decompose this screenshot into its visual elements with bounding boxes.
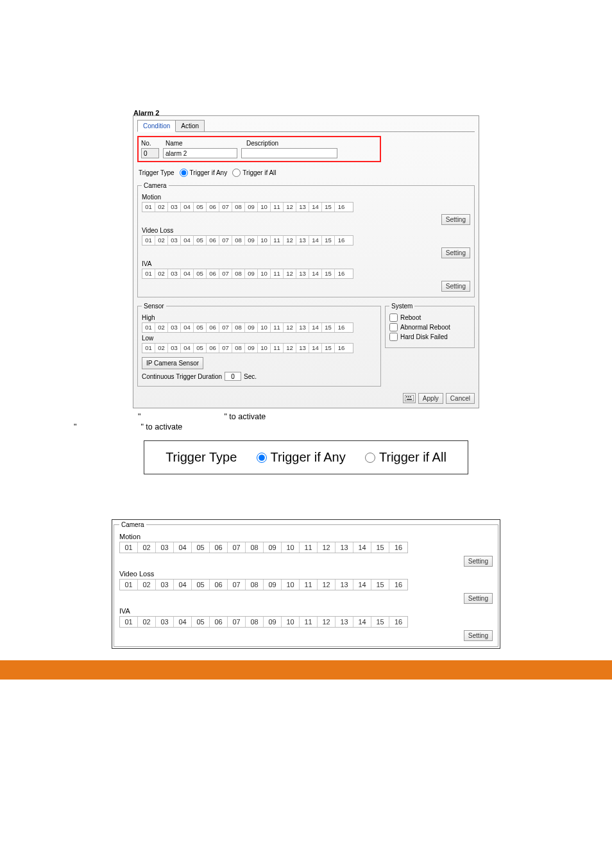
channel-cell[interactable]: 03 xyxy=(156,580,174,590)
channel-cell[interactable]: 05 xyxy=(194,269,207,278)
channel-cell[interactable]: 04 xyxy=(181,203,194,212)
channel-cell[interactable]: 15 xyxy=(322,269,335,278)
channel-cell[interactable]: 11 xyxy=(271,323,284,332)
channel-cell[interactable]: 07 xyxy=(228,542,246,553)
channel-cell[interactable]: 06 xyxy=(207,236,219,245)
channel-cell[interactable]: 02 xyxy=(155,269,168,278)
channel-cell[interactable]: 04 xyxy=(181,236,194,245)
channel-cell[interactable]: 02 xyxy=(155,323,168,332)
channel-cell[interactable]: 16 xyxy=(335,203,348,212)
channel-cell[interactable]: 11 xyxy=(271,344,284,353)
closeup-iva-setting-button[interactable]: Setting xyxy=(464,630,493,641)
channel-cell[interactable]: 14 xyxy=(309,344,322,353)
channel-cell[interactable]: 12 xyxy=(284,344,296,353)
channel-cell[interactable]: 05 xyxy=(194,323,207,332)
hdd-failed-checkbox[interactable] xyxy=(389,333,398,341)
channel-cell[interactable]: 15 xyxy=(322,236,335,245)
channel-cell[interactable]: 07 xyxy=(219,269,232,278)
channel-cell[interactable]: 07 xyxy=(228,617,246,627)
channel-cell[interactable]: 04 xyxy=(174,542,192,553)
channel-cell[interactable]: 03 xyxy=(168,269,181,278)
channel-cell[interactable]: 11 xyxy=(271,203,284,212)
channel-cell[interactable]: 16 xyxy=(389,542,407,553)
channel-cell[interactable]: 14 xyxy=(309,269,322,278)
closeup-trigger-all[interactable]: Trigger if All xyxy=(365,450,446,465)
channel-cell[interactable]: 01 xyxy=(142,269,155,278)
channel-cell[interactable]: 06 xyxy=(210,542,228,553)
channel-cell[interactable]: 13 xyxy=(296,203,309,212)
channel-cell[interactable]: 16 xyxy=(335,236,348,245)
trigger-all-option[interactable]: Trigger if All xyxy=(232,169,276,177)
channel-cell[interactable]: 02 xyxy=(138,580,156,590)
hdd-failed-checkbox-row[interactable]: Hard Disk Failed xyxy=(389,333,470,341)
channel-cell[interactable]: 01 xyxy=(142,344,155,353)
trigger-any-option[interactable]: Trigger if Any xyxy=(180,169,228,177)
channel-cell[interactable]: 07 xyxy=(219,344,232,353)
abnormal-reboot-checkbox-row[interactable]: Abnormal Reboot xyxy=(389,323,470,331)
channel-cell[interactable]: 14 xyxy=(309,203,322,212)
channel-cell[interactable]: 06 xyxy=(210,617,228,627)
closeup-trigger-all-radio[interactable] xyxy=(365,453,375,463)
channel-cell[interactable]: 16 xyxy=(389,617,407,627)
channel-cell[interactable]: 09 xyxy=(264,580,282,590)
videoloss-setting-button[interactable]: Setting xyxy=(441,247,470,258)
channel-cell[interactable]: 06 xyxy=(207,323,219,332)
tab-condition[interactable]: Condition xyxy=(137,120,176,132)
channel-cell[interactable]: 10 xyxy=(258,236,271,245)
channel-cell[interactable]: 03 xyxy=(168,203,181,212)
channel-cell[interactable]: 05 xyxy=(194,203,207,212)
channel-cell[interactable]: 10 xyxy=(258,323,271,332)
description-input[interactable] xyxy=(241,148,337,158)
channel-cell[interactable]: 02 xyxy=(138,542,156,553)
name-input[interactable] xyxy=(163,148,237,158)
channel-cell[interactable]: 11 xyxy=(271,236,284,245)
channel-cell[interactable]: 14 xyxy=(309,323,322,332)
channel-cell[interactable]: 11 xyxy=(300,580,318,590)
channel-cell[interactable]: 15 xyxy=(371,580,389,590)
channel-cell[interactable]: 09 xyxy=(245,269,258,278)
channel-cell[interactable]: 14 xyxy=(353,580,371,590)
channel-cell[interactable]: 12 xyxy=(284,269,296,278)
channel-cell[interactable]: 06 xyxy=(207,203,219,212)
channel-cell[interactable]: 07 xyxy=(228,580,246,590)
iva-setting-button[interactable]: Setting xyxy=(441,281,470,292)
channel-cell[interactable]: 12 xyxy=(284,236,296,245)
cancel-button[interactable]: Cancel xyxy=(446,393,475,404)
channel-cell[interactable]: 12 xyxy=(318,542,336,553)
channel-cell[interactable]: 06 xyxy=(207,344,219,353)
channel-cell[interactable]: 05 xyxy=(192,542,210,553)
channel-cell[interactable]: 13 xyxy=(296,269,309,278)
channel-cell[interactable]: 15 xyxy=(322,344,335,353)
channel-cell[interactable]: 15 xyxy=(371,617,389,627)
channel-cell[interactable]: 03 xyxy=(156,542,174,553)
channel-cell[interactable]: 16 xyxy=(335,269,348,278)
trigger-all-radio[interactable] xyxy=(232,169,241,177)
channel-cell[interactable]: 14 xyxy=(353,617,371,627)
channel-cell[interactable]: 15 xyxy=(322,323,335,332)
channel-cell[interactable]: 06 xyxy=(210,580,228,590)
channel-cell[interactable]: 04 xyxy=(174,580,192,590)
channel-cell[interactable]: 13 xyxy=(296,344,309,353)
channel-cell[interactable]: 05 xyxy=(192,617,210,627)
keyboard-icon[interactable] xyxy=(403,393,416,403)
motion-setting-button[interactable]: Setting xyxy=(441,214,470,225)
channel-cell[interactable]: 01 xyxy=(120,617,138,627)
channel-cell[interactable]: 12 xyxy=(284,323,296,332)
channel-cell[interactable]: 15 xyxy=(371,542,389,553)
channel-cell[interactable]: 10 xyxy=(282,617,300,627)
channel-cell[interactable]: 07 xyxy=(219,236,232,245)
channel-cell[interactable]: 01 xyxy=(142,203,155,212)
channel-cell[interactable]: 10 xyxy=(282,542,300,553)
channel-cell[interactable]: 08 xyxy=(232,203,245,212)
channel-cell[interactable]: 07 xyxy=(219,323,232,332)
channel-cell[interactable]: 10 xyxy=(258,344,271,353)
channel-cell[interactable]: 02 xyxy=(155,236,168,245)
channel-cell[interactable]: 05 xyxy=(194,344,207,353)
channel-cell[interactable]: 01 xyxy=(120,542,138,553)
channel-cell[interactable]: 03 xyxy=(168,236,181,245)
channel-cell[interactable]: 09 xyxy=(245,236,258,245)
duration-input[interactable] xyxy=(225,372,241,381)
channel-cell[interactable]: 13 xyxy=(336,580,353,590)
channel-cell[interactable]: 09 xyxy=(245,344,258,353)
channel-cell[interactable]: 13 xyxy=(336,542,353,553)
